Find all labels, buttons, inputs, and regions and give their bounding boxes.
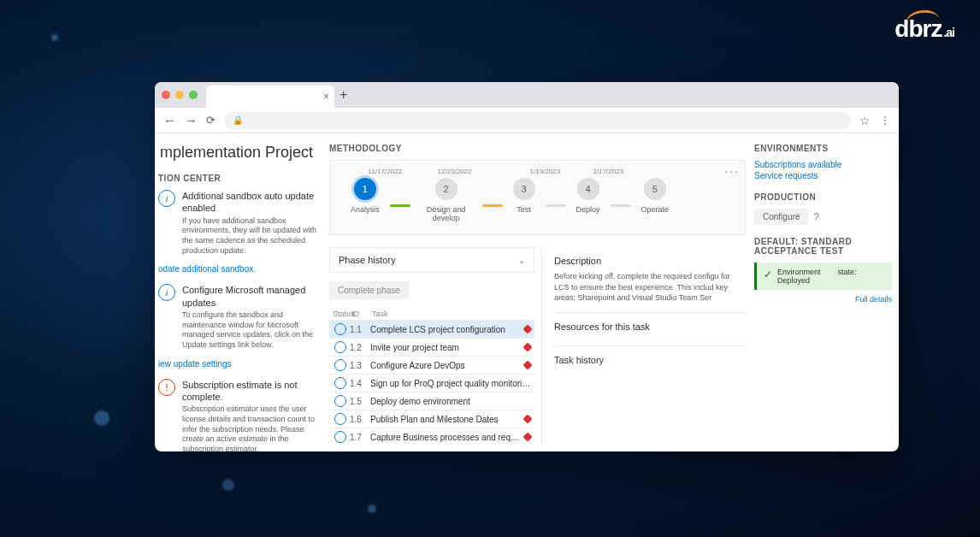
browser-menu-icon[interactable]: ⋯ bbox=[879, 115, 891, 126]
task-required-icon bbox=[522, 324, 532, 333]
methodology-step[interactable]: 12/23/2022 2 Design and develop bbox=[410, 169, 482, 222]
step-number: 2 bbox=[435, 178, 458, 200]
back-button[interactable]: ← bbox=[163, 113, 176, 127]
default-env-label: DEFAULT: STANDARD ACCEPTANCE TEST bbox=[754, 237, 892, 256]
task-id: 1.4 bbox=[350, 379, 370, 388]
task-table-header: Status ID Task bbox=[329, 308, 534, 320]
step-number: 1 bbox=[354, 178, 376, 200]
notice-item: i Additional sandbox auto update enabled… bbox=[158, 190, 317, 256]
step-connector bbox=[546, 204, 566, 207]
task-name: Capture Business processes and requireme… bbox=[370, 433, 521, 442]
task-status-icon bbox=[334, 377, 346, 389]
minimize-window-icon[interactable] bbox=[175, 91, 184, 99]
task-row[interactable]: 1.3 Configure Azure DevOps bbox=[329, 356, 534, 374]
task-required-icon bbox=[522, 342, 532, 351]
environments-column: ENVIRONMENTS Subscriptions availableServ… bbox=[749, 133, 899, 451]
notice-link[interactable]: odate additional sandbox. bbox=[158, 264, 317, 274]
task-required-icon bbox=[522, 432, 532, 441]
notice-link[interactable]: iew update settings bbox=[158, 359, 317, 369]
task-id: 1.7 bbox=[350, 433, 370, 442]
task-row[interactable]: 1.6 Publish Plan and Milestone Dates bbox=[329, 410, 534, 428]
browser-tab[interactable]: × bbox=[206, 86, 334, 108]
task-status-icon bbox=[334, 359, 346, 371]
methodology-step[interactable]: 5 Operate bbox=[631, 169, 680, 214]
col-task: Task bbox=[372, 310, 531, 318]
warning-icon: ! bbox=[158, 379, 175, 396]
close-window-icon[interactable] bbox=[162, 91, 170, 99]
task-row[interactable]: 1.7 Capture Business processes and requi… bbox=[329, 428, 534, 445]
methodology-steps: ··· 11/17/2022 1 Analysis 12/23/2022 2 D… bbox=[329, 160, 746, 235]
notice-title: Configure Microsoft managed updates bbox=[182, 284, 317, 309]
new-tab-button[interactable]: + bbox=[339, 87, 347, 103]
step-label: Test bbox=[517, 205, 531, 214]
lock-icon: 🔒 bbox=[233, 115, 243, 125]
description-section[interactable]: Description Before kicking off, complete… bbox=[552, 247, 746, 313]
description-label: Description bbox=[554, 256, 744, 266]
resources-section[interactable]: Resources for this task bbox=[552, 313, 746, 346]
task-name: Configure Azure DevOps bbox=[370, 361, 521, 370]
task-name: Invite your project team bbox=[370, 343, 521, 352]
task-row[interactable]: 1.4 Sign up for ProQ project quality mon… bbox=[329, 374, 534, 392]
task-row[interactable]: 1.2 Invite your project team bbox=[329, 338, 534, 356]
methodology-step[interactable]: 1/13/2023 3 Test bbox=[503, 169, 546, 214]
page-content: mplementation Project TION CENTER i Addi… bbox=[155, 133, 899, 451]
info-icon: i bbox=[158, 190, 175, 207]
configure-button[interactable]: Configure bbox=[754, 209, 808, 225]
reload-button[interactable]: ⟳ bbox=[206, 114, 215, 127]
phase-history-label: Phase history bbox=[339, 255, 396, 265]
task-required-icon bbox=[522, 414, 532, 423]
environment-link[interactable]: Service requests bbox=[754, 171, 892, 180]
task-history-section[interactable]: Task history bbox=[552, 346, 746, 379]
task-detail-panel: Description Before kicking off, complete… bbox=[541, 247, 746, 445]
browser-window: × + ← → ⟳ 🔒 ☆ ⋯ mplementation Project TI… bbox=[155, 82, 899, 451]
environment-link[interactable]: Subscriptions available bbox=[754, 160, 892, 169]
resources-label: Resources for this task bbox=[554, 322, 744, 332]
step-date: 12/23/2022 bbox=[438, 168, 472, 175]
task-id: 1.1 bbox=[350, 325, 370, 334]
bookmark-icon[interactable]: ☆ bbox=[859, 114, 871, 127]
methodology-step[interactable]: 11/17/2022 1 Analysis bbox=[340, 169, 390, 214]
chevron-down-icon: ⌄ bbox=[518, 256, 525, 265]
phase-history-dropdown[interactable]: Phase history ⌄ bbox=[329, 247, 534, 273]
page-title: mplementation Project bbox=[160, 144, 317, 162]
step-date: 11/17/2022 bbox=[368, 168, 402, 175]
task-name: Deploy demo environment bbox=[370, 397, 531, 406]
task-id: 1.5 bbox=[350, 397, 370, 406]
col-id: ID bbox=[351, 310, 372, 318]
notice-title: Subscription estimate is not complete. bbox=[182, 379, 317, 404]
task-row[interactable]: 1.5 Deploy demo environment bbox=[329, 392, 534, 410]
address-bar: ← → ⟳ 🔒 ☆ ⋯ bbox=[155, 108, 899, 133]
step-label: Operate bbox=[641, 205, 670, 214]
complete-phase-button[interactable]: Complete phase bbox=[329, 281, 409, 299]
methodology-step[interactable]: 2/17/2023 4 Deploy bbox=[566, 169, 611, 214]
env-card-line1: Environment bbox=[777, 268, 821, 276]
check-icon: ✓ bbox=[764, 268, 772, 280]
environment-status-card[interactable]: ✓ Environment state: Deployed bbox=[754, 263, 892, 290]
close-tab-icon[interactable]: × bbox=[323, 91, 329, 103]
step-label: Analysis bbox=[351, 205, 380, 214]
task-status-icon bbox=[334, 323, 346, 335]
methodology-column: METHODOLOGY ··· 11/17/2022 1 Analysis 12… bbox=[326, 133, 749, 451]
task-status-icon bbox=[334, 413, 346, 425]
col-status: Status bbox=[333, 310, 351, 318]
task-status-icon bbox=[334, 431, 346, 443]
task-id: 1.3 bbox=[350, 361, 370, 370]
step-label: Design and develop bbox=[421, 205, 472, 222]
step-label: Deploy bbox=[576, 205, 600, 214]
notice-item: ! Subscription estimate is not complete.… bbox=[158, 379, 317, 451]
maximize-window-icon[interactable] bbox=[189, 91, 198, 99]
task-required-icon bbox=[522, 360, 532, 369]
task-row[interactable]: 1.1 Complete LCS project configuration bbox=[329, 320, 534, 338]
task-id: 1.6 bbox=[350, 415, 370, 424]
tab-bar: × + bbox=[155, 82, 899, 108]
url-field[interactable]: 🔒 bbox=[224, 112, 851, 129]
production-label: PRODUCTION bbox=[754, 192, 892, 202]
full-details-link[interactable]: Full details bbox=[754, 295, 892, 304]
task-name: Sign up for ProQ project quality monitor… bbox=[370, 379, 531, 388]
forward-button[interactable]: → bbox=[185, 113, 198, 127]
description-body: Before kicking off, complete the require… bbox=[554, 271, 744, 304]
help-icon[interactable]: ? bbox=[813, 211, 819, 223]
task-status-icon bbox=[334, 395, 346, 407]
window-controls[interactable] bbox=[162, 91, 198, 99]
task-list-panel: Phase history ⌄ Complete phase Status ID… bbox=[329, 247, 534, 445]
